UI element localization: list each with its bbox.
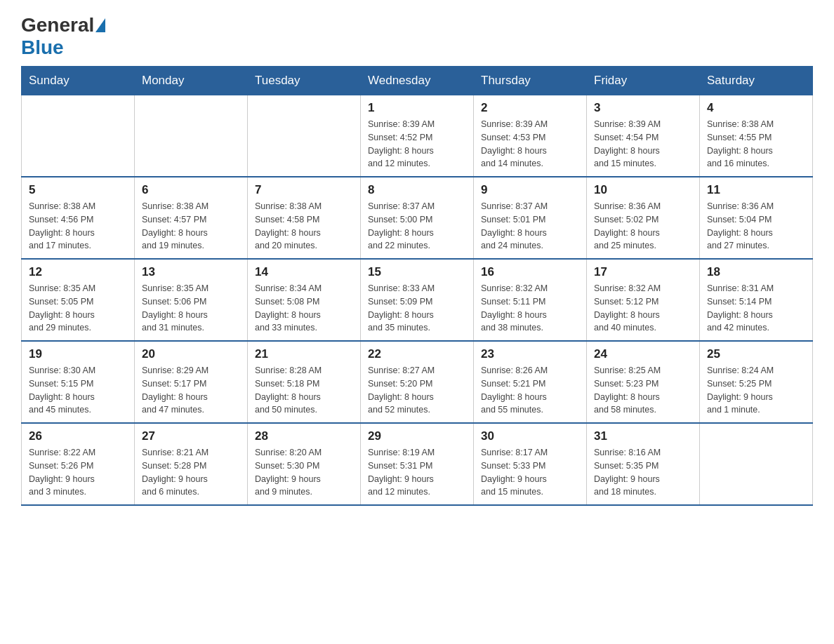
calendar-cell: 21Sunrise: 8:28 AM Sunset: 5:18 PM Dayli…	[248, 341, 361, 423]
calendar-cell	[22, 95, 135, 177]
day-number: 24	[594, 347, 692, 361]
day-number: 14	[255, 265, 353, 279]
calendar-cell: 14Sunrise: 8:34 AM Sunset: 5:08 PM Dayli…	[248, 259, 361, 341]
weekday-header-row: SundayMondayTuesdayWednesdayThursdayFrid…	[22, 67, 813, 95]
day-info: Sunrise: 8:24 AM Sunset: 5:25 PM Dayligh…	[707, 364, 805, 417]
calendar-cell: 12Sunrise: 8:35 AM Sunset: 5:05 PM Dayli…	[22, 259, 135, 341]
day-number: 5	[29, 183, 127, 197]
calendar-cell: 13Sunrise: 8:35 AM Sunset: 5:06 PM Dayli…	[135, 259, 248, 341]
day-info: Sunrise: 8:39 AM Sunset: 4:53 PM Dayligh…	[481, 118, 579, 170]
calendar-cell: 2Sunrise: 8:39 AM Sunset: 4:53 PM Daylig…	[474, 95, 587, 177]
logo: General Blue	[21, 14, 107, 59]
calendar-cell: 6Sunrise: 8:38 AM Sunset: 4:57 PM Daylig…	[135, 177, 248, 259]
weekday-header-sunday: Sunday	[22, 67, 135, 95]
day-info: Sunrise: 8:27 AM Sunset: 5:20 PM Dayligh…	[368, 364, 466, 417]
day-info: Sunrise: 8:35 AM Sunset: 5:05 PM Dayligh…	[29, 282, 127, 335]
calendar-cell: 15Sunrise: 8:33 AM Sunset: 5:09 PM Dayli…	[361, 259, 474, 341]
day-info: Sunrise: 8:37 AM Sunset: 5:01 PM Dayligh…	[481, 200, 579, 253]
day-number: 10	[594, 183, 692, 197]
calendar-table: SundayMondayTuesdayWednesdayThursdayFrid…	[21, 66, 813, 506]
day-info: Sunrise: 8:38 AM Sunset: 4:57 PM Dayligh…	[142, 200, 240, 253]
day-info: Sunrise: 8:39 AM Sunset: 4:54 PM Dayligh…	[594, 118, 692, 170]
calendar-cell: 30Sunrise: 8:17 AM Sunset: 5:33 PM Dayli…	[474, 423, 587, 505]
calendar-week-row: 19Sunrise: 8:30 AM Sunset: 5:15 PM Dayli…	[22, 341, 813, 423]
day-number: 6	[142, 183, 240, 197]
calendar-cell: 16Sunrise: 8:32 AM Sunset: 5:11 PM Dayli…	[474, 259, 587, 341]
day-number: 3	[594, 101, 692, 115]
calendar-cell: 3Sunrise: 8:39 AM Sunset: 4:54 PM Daylig…	[587, 95, 700, 177]
day-number: 22	[368, 347, 466, 361]
logo-general-text: General	[21, 14, 94, 36]
day-number: 30	[481, 429, 579, 443]
weekday-header-monday: Monday	[135, 67, 248, 95]
weekday-header-wednesday: Wednesday	[361, 67, 474, 95]
calendar-week-row: 26Sunrise: 8:22 AM Sunset: 5:26 PM Dayli…	[22, 423, 813, 505]
calendar-cell: 24Sunrise: 8:25 AM Sunset: 5:23 PM Dayli…	[587, 341, 700, 423]
calendar-cell: 22Sunrise: 8:27 AM Sunset: 5:20 PM Dayli…	[361, 341, 474, 423]
day-info: Sunrise: 8:17 AM Sunset: 5:33 PM Dayligh…	[481, 446, 579, 499]
day-number: 17	[594, 265, 692, 279]
calendar-week-row: 5Sunrise: 8:38 AM Sunset: 4:56 PM Daylig…	[22, 177, 813, 259]
day-number: 1	[368, 101, 466, 115]
day-info: Sunrise: 8:34 AM Sunset: 5:08 PM Dayligh…	[255, 282, 353, 335]
day-number: 29	[368, 429, 466, 443]
day-info: Sunrise: 8:32 AM Sunset: 5:12 PM Dayligh…	[594, 282, 692, 335]
day-number: 4	[707, 101, 805, 115]
day-number: 13	[142, 265, 240, 279]
calendar-cell: 7Sunrise: 8:38 AM Sunset: 4:58 PM Daylig…	[248, 177, 361, 259]
calendar-cell: 19Sunrise: 8:30 AM Sunset: 5:15 PM Dayli…	[22, 341, 135, 423]
calendar-cell: 5Sunrise: 8:38 AM Sunset: 4:56 PM Daylig…	[22, 177, 135, 259]
day-info: Sunrise: 8:36 AM Sunset: 5:02 PM Dayligh…	[594, 200, 692, 253]
calendar-cell: 29Sunrise: 8:19 AM Sunset: 5:31 PM Dayli…	[361, 423, 474, 505]
calendar-cell: 25Sunrise: 8:24 AM Sunset: 5:25 PM Dayli…	[700, 341, 813, 423]
day-number: 28	[255, 429, 353, 443]
day-info: Sunrise: 8:32 AM Sunset: 5:11 PM Dayligh…	[481, 282, 579, 335]
day-number: 26	[29, 429, 127, 443]
day-info: Sunrise: 8:31 AM Sunset: 5:14 PM Dayligh…	[707, 282, 805, 335]
calendar-cell: 18Sunrise: 8:31 AM Sunset: 5:14 PM Dayli…	[700, 259, 813, 341]
day-info: Sunrise: 8:38 AM Sunset: 4:56 PM Dayligh…	[29, 200, 127, 253]
day-number: 2	[481, 101, 579, 115]
day-number: 25	[707, 347, 805, 361]
day-info: Sunrise: 8:39 AM Sunset: 4:52 PM Dayligh…	[368, 118, 466, 170]
day-info: Sunrise: 8:35 AM Sunset: 5:06 PM Dayligh…	[142, 282, 240, 335]
weekday-header-tuesday: Tuesday	[248, 67, 361, 95]
calendar-cell: 28Sunrise: 8:20 AM Sunset: 5:30 PM Dayli…	[248, 423, 361, 505]
day-info: Sunrise: 8:21 AM Sunset: 5:28 PM Dayligh…	[142, 446, 240, 499]
day-number: 9	[481, 183, 579, 197]
logo-triangle-icon	[95, 18, 105, 32]
day-number: 18	[707, 265, 805, 279]
day-info: Sunrise: 8:37 AM Sunset: 5:00 PM Dayligh…	[368, 200, 466, 253]
day-number: 20	[142, 347, 240, 361]
day-number: 7	[255, 183, 353, 197]
day-number: 11	[707, 183, 805, 197]
calendar-cell: 31Sunrise: 8:16 AM Sunset: 5:35 PM Dayli…	[587, 423, 700, 505]
calendar-cell: 8Sunrise: 8:37 AM Sunset: 5:00 PM Daylig…	[361, 177, 474, 259]
calendar-cell: 11Sunrise: 8:36 AM Sunset: 5:04 PM Dayli…	[700, 177, 813, 259]
day-info: Sunrise: 8:20 AM Sunset: 5:30 PM Dayligh…	[255, 446, 353, 499]
day-number: 12	[29, 265, 127, 279]
calendar-cell: 23Sunrise: 8:26 AM Sunset: 5:21 PM Dayli…	[474, 341, 587, 423]
calendar-cell: 20Sunrise: 8:29 AM Sunset: 5:17 PM Dayli…	[135, 341, 248, 423]
day-info: Sunrise: 8:25 AM Sunset: 5:23 PM Dayligh…	[594, 364, 692, 417]
weekday-header-saturday: Saturday	[700, 67, 813, 95]
day-info: Sunrise: 8:33 AM Sunset: 5:09 PM Dayligh…	[368, 282, 466, 335]
calendar-cell: 9Sunrise: 8:37 AM Sunset: 5:01 PM Daylig…	[474, 177, 587, 259]
logo-blue-text: Blue	[21, 36, 64, 59]
day-info: Sunrise: 8:30 AM Sunset: 5:15 PM Dayligh…	[29, 364, 127, 417]
calendar-cell: 26Sunrise: 8:22 AM Sunset: 5:26 PM Dayli…	[22, 423, 135, 505]
calendar-week-row: 12Sunrise: 8:35 AM Sunset: 5:05 PM Dayli…	[22, 259, 813, 341]
day-info: Sunrise: 8:36 AM Sunset: 5:04 PM Dayligh…	[707, 200, 805, 253]
day-info: Sunrise: 8:28 AM Sunset: 5:18 PM Dayligh…	[255, 364, 353, 417]
day-info: Sunrise: 8:16 AM Sunset: 5:35 PM Dayligh…	[594, 446, 692, 499]
page-header: General Blue	[21, 14, 813, 59]
day-number: 21	[255, 347, 353, 361]
day-info: Sunrise: 8:38 AM Sunset: 4:58 PM Dayligh…	[255, 200, 353, 253]
calendar-week-row: 1Sunrise: 8:39 AM Sunset: 4:52 PM Daylig…	[22, 95, 813, 177]
weekday-header-friday: Friday	[587, 67, 700, 95]
day-info: Sunrise: 8:22 AM Sunset: 5:26 PM Dayligh…	[29, 446, 127, 499]
day-info: Sunrise: 8:26 AM Sunset: 5:21 PM Dayligh…	[481, 364, 579, 417]
calendar-cell: 1Sunrise: 8:39 AM Sunset: 4:52 PM Daylig…	[361, 95, 474, 177]
weekday-header-thursday: Thursday	[474, 67, 587, 95]
calendar-cell: 4Sunrise: 8:38 AM Sunset: 4:55 PM Daylig…	[700, 95, 813, 177]
